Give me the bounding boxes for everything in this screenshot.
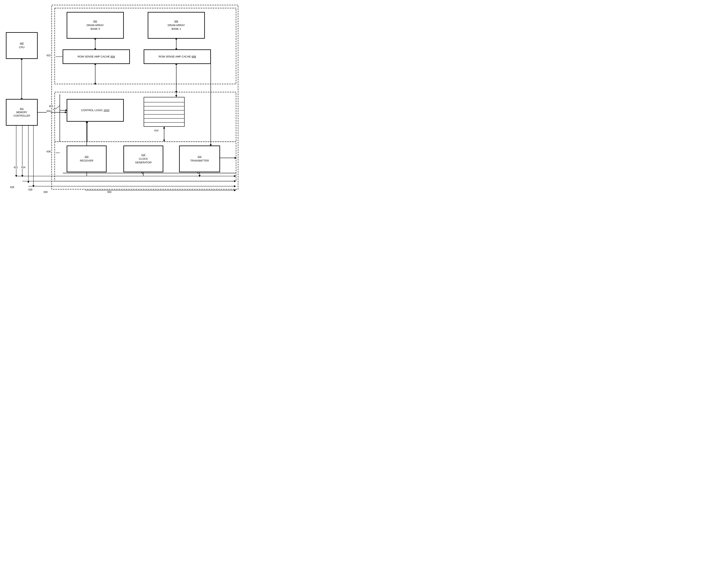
- label-632: 632: [47, 54, 51, 57]
- diagram: 600 CPU 601 MEMORYCONTROLLER 602 DRAM AR…: [0, 0, 243, 195]
- label-626: 626: [10, 186, 14, 189]
- dram-bank0-number: 602: [93, 20, 97, 23]
- dram-bank1-number: 606: [174, 20, 178, 23]
- cpu-number: 600: [20, 42, 24, 45]
- clock-gen-box: 618 CLOCKGENERATOR: [124, 146, 163, 172]
- transmitter-box: 616 TRANSMITTER: [179, 146, 220, 172]
- svg-marker-38: [163, 127, 165, 129]
- cpu-label: CPU: [19, 46, 25, 49]
- label-614: 614: [154, 129, 158, 132]
- label-603: 603: [49, 105, 53, 108]
- svg-marker-58: [234, 185, 236, 187]
- row-sense-cache0-box: ROW SENSE AMP CACHE 604: [63, 50, 130, 64]
- cpu-box: 600 CPU: [6, 32, 37, 59]
- label-630: 630: [44, 191, 48, 193]
- label-636: 636: [47, 150, 51, 153]
- dram-bank1-box: 606 DRAM ARRAYBANK 1: [148, 12, 205, 38]
- label-628: 628: [28, 188, 32, 191]
- memory-controller-box: 601 MEMORYCONTROLLER: [6, 99, 37, 126]
- svg-marker-74: [235, 157, 237, 159]
- svg-marker-50: [27, 181, 29, 183]
- svg-marker-56: [234, 180, 236, 182]
- row-sense-0-label: ROW SENSE AMP CACHE 604: [78, 55, 115, 58]
- dram-bank1-label: DRAM ARRAYBANK 1: [168, 24, 185, 31]
- label-624: 624: [21, 166, 25, 169]
- control-logic-label: CONTROL LOGIC 1910: [81, 108, 109, 112]
- receiver-label: RECEIVER: [80, 159, 93, 163]
- svg-marker-44: [65, 111, 67, 113]
- dram-bank0-box: 602 DRAM ARRAYBANK 0: [67, 12, 124, 38]
- label-622: 622: [14, 166, 18, 169]
- svg-marker-34: [175, 95, 177, 97]
- clock-gen-label: CLOCKGENERATOR: [135, 157, 152, 164]
- receiver-box: 620 RECEIVER: [67, 146, 106, 172]
- label-650: 650: [107, 191, 111, 193]
- transmitter-number: 616: [198, 155, 201, 158]
- svg-marker-39: [163, 140, 165, 142]
- receiver-number: 620: [85, 155, 89, 158]
- mem-ctrl-number: 601: [20, 107, 24, 110]
- transmitter-label: TRANSMITTER: [190, 159, 209, 163]
- clock-gen-number: 618: [142, 154, 145, 157]
- svg-marker-76: [234, 189, 236, 191]
- row-sense-1-label: ROW SENSE AMP CACHE 608: [159, 55, 196, 58]
- dram-bank0-label: DRAM ARRAYBANK 0: [87, 24, 104, 31]
- row-sense-cache1-box: ROW SENSE AMP CACHE 608: [144, 50, 211, 64]
- svg-rect-11: [144, 97, 184, 127]
- control-logic-box: CONTROL LOGIC 1910: [67, 99, 124, 122]
- svg-marker-54: [234, 175, 236, 177]
- label-634: 634: [47, 110, 51, 112]
- mem-ctrl-label: MEMORYCONTROLLER: [14, 111, 30, 117]
